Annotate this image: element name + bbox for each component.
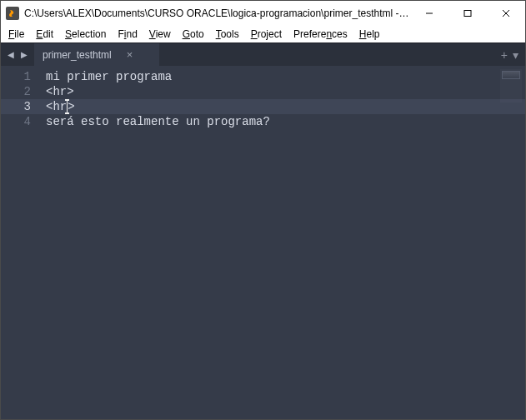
text-cursor [67,100,68,113]
tab-nav-left-icon[interactable]: ◀ [6,48,16,61]
line-number: 2 [1,84,31,99]
window-controls [410,1,525,26]
tab-label: primer_testhtml [43,49,112,61]
code-line: <hr> [39,99,525,114]
menu-selection[interactable]: Selection [59,28,112,41]
line-number: 1 [1,69,31,84]
code-area[interactable]: mi primer programa <hr> <hr> será esto r… [39,66,525,419]
code-line: mi primer programa [46,69,525,84]
tab-right-controls: + ▾ [501,43,525,66]
tab-nav-arrows: ◀ ▶ [1,43,34,66]
menu-tools[interactable]: Tools [210,28,245,41]
menu-find[interactable]: Find [112,28,143,41]
titlebar: C:\Users\ALEX\Documents\CURSO ORACLE\log… [1,1,525,26]
line-number: 3 [1,99,39,114]
tab-primer-testhtml[interactable]: primer_testhtml × [34,43,159,66]
app-icon [6,7,19,20]
tab-row: ◀ ▶ primer_testhtml × + ▾ [1,42,525,66]
window-title: C:\Users\ALEX\Documents\CURSO ORACLE\log… [24,8,410,19]
tab-spacer [159,43,501,66]
close-button[interactable] [487,1,525,26]
menu-preferences[interactable]: Preferences [288,28,353,41]
app-window: C:\Users\ALEX\Documents\CURSO ORACLE\log… [0,0,526,420]
menu-project[interactable]: Project [245,28,288,41]
line-number: 4 [1,114,31,129]
maximize-icon [463,9,472,18]
editor[interactable]: 1 2 3 4 mi primer programa <hr> <hr> ser… [1,66,525,419]
code-line: <hr> [46,84,525,99]
menu-goto[interactable]: Goto [177,28,210,41]
new-tab-button[interactable]: + [501,48,508,62]
tab-close-icon[interactable]: × [127,48,133,61]
close-icon [502,9,510,18]
code-line: será esto realmente un programa? [46,114,525,129]
tab-nav-right-icon[interactable]: ▶ [19,48,29,61]
menu-view[interactable]: View [143,28,177,41]
menu-edit[interactable]: Edit [30,28,59,41]
gutter: 1 2 3 4 [1,66,39,419]
minimap-viewport-icon [502,71,520,79]
tab-menu-button[interactable]: ▾ [513,48,518,62]
maximize-button[interactable] [448,1,487,26]
svg-rect-1 [464,11,471,17]
minimize-icon [425,9,433,18]
menubar: File Edit Selection Find View Goto Tools… [1,26,525,42]
minimize-button[interactable] [410,1,448,26]
menu-file[interactable]: File [3,28,30,41]
menu-help[interactable]: Help [353,28,386,41]
